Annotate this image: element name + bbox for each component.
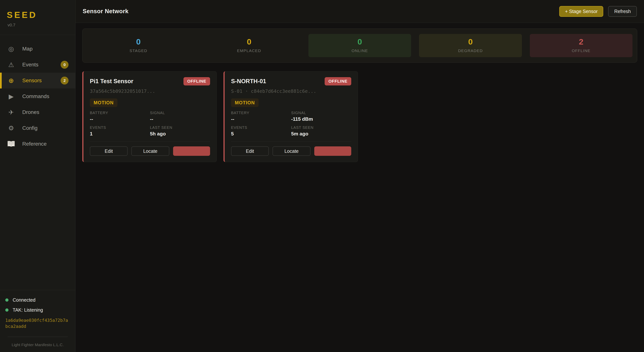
sidebar-item-sensors[interactable]: ⊕ Sensors 2 [0,73,75,88]
plus-circle-icon: ⊕ [7,77,16,84]
stat-emplaced: 0 EMPLACED [198,34,300,57]
book-icon [7,141,16,147]
card-buttons: Edit Locate [90,146,210,156]
field-value: -- [90,116,150,122]
field-value: -- [231,116,291,122]
field-last-seen: LAST SEEN 5m ago [291,125,352,137]
sidebar-item-commands[interactable]: ▶︎ Commands [0,88,75,104]
locate-button[interactable]: Locate [272,146,310,156]
field-label: EVENTS [90,125,150,130]
sidebar-footer: Connected TAK: Listening 1a6da9eae030fcf… [0,290,75,352]
tak-status-dot [5,309,8,312]
field-battery: BATTERY -- [231,111,291,122]
sensor-card: S-NORTH-01 OFFLINE S-01 · c84eb7d64cc3ee… [224,71,358,162]
stat-offline-label: OFFLINE [530,48,632,53]
field-label: SIGNAL [150,111,210,115]
field-value: 5m ago [291,131,352,137]
field-events: EVENTS 5 [231,125,291,137]
delete-button[interactable] [314,146,351,156]
map-icon: ◎ [7,45,16,53]
stage-sensor-button[interactable]: + Stage Sensor [559,6,603,17]
status-badge: OFFLINE [325,77,351,85]
field-label: SIGNAL [291,111,352,115]
main-content: 0 STAGED 0 EMPLACED 0 ONLINE 0 DEGRADED … [76,23,644,168]
sidebar-item-events[interactable]: ⚠︎ Events 0 [0,57,75,73]
field-value: 5h ago [150,131,210,137]
field-battery: BATTERY -- [90,111,150,122]
events-count-badge: 0 [60,61,68,69]
field-grid: BATTERY -- SIGNAL -- EVENTS 1 LAST SEEN … [90,111,210,137]
warning-icon: ⚠︎ [7,61,16,68]
tak-status: TAK: Listening [5,307,70,313]
sensor-id: 37a564c5b09232051017... [90,88,210,94]
sidebar-item-label: Drones [22,109,39,115]
field-label: LAST SEEN [291,125,352,130]
sensor-card: Pi1 Test Sensor OFFLINE 37a564c5b0923205… [82,71,217,162]
card-head: Pi1 Test Sensor OFFLINE [90,77,210,85]
sidebar-item-label: Reference [22,141,46,147]
sidebar: SEED v0.7 ◎ Map ⚠︎ Events 0 ⊕ Sensors 2 … [0,0,76,352]
sensor-name: Pi1 Test Sensor [90,77,133,85]
status-badge: OFFLINE [184,77,210,85]
sensor-name: S-NORTH-01 [231,77,266,85]
stat-offline: 2 OFFLINE [530,34,632,57]
card-buttons: Edit Locate [231,146,351,156]
sidebar-item-label: Map [22,46,32,52]
tak-status-label: TAK: Listening [13,307,43,313]
field-value: 5 [231,131,291,137]
page-title: Sensor Network [83,8,128,15]
stat-emplaced-value: 0 [198,37,300,46]
field-signal: SIGNAL -115 dBm [291,111,352,122]
gear-icon: ⚙︎ [7,124,16,132]
stats-panel: 0 STAGED 0 EMPLACED 0 ONLINE 0 DEGRADED … [82,28,637,63]
sidebar-item-config[interactable]: ⚙︎ Config [0,120,75,136]
logo-block: SEED v0.7 [0,0,75,35]
edit-button[interactable]: Edit [231,146,269,156]
sidebar-item-label: Config [22,125,38,131]
play-icon: ▶︎ [7,93,16,100]
stat-staged-value: 0 [87,37,190,46]
stat-staged: 0 STAGED [87,34,190,57]
sensors-count-badge: 2 [60,77,68,84]
sidebar-nav: ◎ Map ⚠︎ Events 0 ⊕ Sensors 2 ▶︎ Command… [0,35,75,290]
sensor-type-chip: MOTION [90,98,118,107]
stat-degraded: 0 DEGRADED [419,34,522,57]
stat-degraded-value: 0 [419,37,522,46]
stat-online-value: 0 [308,37,411,46]
stat-degraded-label: DEGRADED [419,48,522,53]
sidebar-item-label: Sensors [22,77,42,84]
session-hash: 1a6da9eae030fcf435a72b7abca2aadd [5,317,69,330]
sidebar-item-label: Commands [22,93,49,99]
connected-status-dot [5,299,8,302]
field-value: 1 [90,131,150,137]
field-label: EVENTS [231,125,291,130]
card-head: S-NORTH-01 OFFLINE [231,77,351,85]
stat-emplaced-label: EMPLACED [198,48,300,53]
field-value: -- [150,116,210,122]
sidebar-item-reference[interactable]: Reference [0,136,75,152]
stat-online: 0 ONLINE [308,34,411,57]
field-signal: SIGNAL -- [150,111,210,122]
refresh-button[interactable]: Refresh [608,6,637,17]
sidebar-item-drones[interactable]: ✈︎ Drones [0,104,75,120]
sensor-type-chip: MOTION [231,98,258,107]
field-last-seen: LAST SEEN 5h ago [150,125,210,137]
app-version: v0.7 [8,23,68,27]
sensor-id: S-01 · c84eb7d64cc3ee881c6e... [231,88,351,94]
delete-button[interactable] [173,146,210,156]
field-grid: BATTERY -- SIGNAL -115 dBm EVENTS 5 LAST… [231,111,351,137]
sidebar-item-map[interactable]: ◎ Map [0,41,75,57]
sidebar-item-label: Events [22,62,38,68]
page-header: Sensor Network + Stage Sensor Refresh [76,0,644,23]
header-actions: + Stage Sensor Refresh [559,6,637,17]
field-events: EVENTS 1 [90,125,150,137]
edit-button[interactable]: Edit [90,146,128,156]
sensor-cards-row: Pi1 Test Sensor OFFLINE 37a564c5b0923205… [82,71,637,162]
connected-status-label: Connected [13,297,36,303]
field-value: -115 dBm [291,116,352,122]
field-label: LAST SEEN [150,125,210,130]
locate-button[interactable]: Locate [131,146,169,156]
field-label: BATTERY [90,111,150,115]
company-name: Light Fighter Manifesto L.L.C. [5,337,70,347]
stat-staged-label: STAGED [87,48,190,53]
